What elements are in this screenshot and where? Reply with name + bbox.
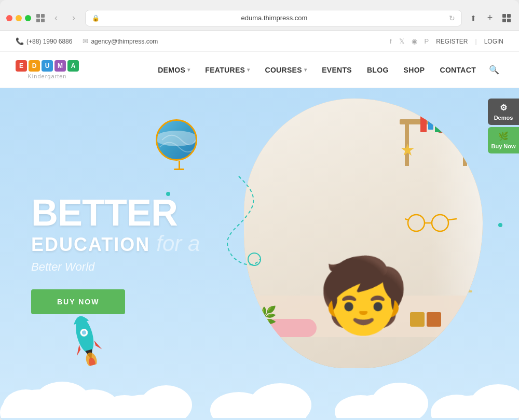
nav-item-courses[interactable]: COURSES ▾ — [258, 62, 313, 78]
teal-dot-2 — [498, 223, 502, 227]
logo-subtitle: Kindergarten — [28, 73, 67, 79]
search-icon[interactable]: 🔍 — [485, 61, 503, 79]
logo-letter-m: M — [54, 60, 66, 72]
browser-chrome: ‹ › 🔒 eduma.thimpress.com ↻ ⬆ + — [0, 0, 519, 31]
hero-content: BETTER EDUCATION for a Better World BUY … — [31, 194, 200, 314]
nav-item-contact[interactable]: CONTACT — [434, 62, 483, 78]
hero-image-blob: 🧸 🌿 — [244, 99, 493, 399]
forward-button[interactable]: › — [67, 12, 80, 24]
logo-letter-e: E — [16, 60, 27, 72]
hero-world-text: Better World — [31, 260, 200, 274]
phone-icon: 📞 — [16, 37, 24, 45]
traffic-lights — [6, 15, 31, 21]
nav-label-courses: COURSES — [265, 66, 302, 74]
svg-line-3 — [405, 219, 408, 220]
topbar-right: f 𝕏 ◉ P REGISTER | LOGIN — [390, 37, 503, 45]
gear-icon: ⚙ — [500, 103, 507, 113]
topbar-left: 📞 (+88) 1990 6886 ✉ agency@thimpress.com — [16, 37, 158, 45]
hero-for-text: for a — [156, 231, 200, 256]
chevron-down-icon: ▾ — [247, 67, 250, 73]
share-button[interactable]: ⬆ — [467, 12, 480, 24]
nav-label-blog: BLOG — [367, 66, 389, 74]
maximize-button[interactable] — [25, 15, 31, 21]
nav-item-features[interactable]: FEATURES ▾ — [199, 62, 256, 78]
chevron-down-icon: ▾ — [187, 67, 190, 73]
spiral-decoration — [208, 171, 270, 277]
nav-item-demos[interactable]: DEMOS ▾ — [152, 62, 196, 78]
email-address: agency@thimpress.com — [91, 38, 158, 45]
phone-contact: 📞 (+88) 1990 6886 — [16, 37, 72, 45]
website: 📞 (+88) 1990 6886 ✉ agency@thimpress.com… — [0, 31, 519, 420]
email-icon: ✉ — [83, 37, 88, 45]
grid-view-button[interactable] — [36, 14, 45, 22]
facebook-icon[interactable]: f — [390, 37, 392, 45]
buy-button-label: Buy Now — [491, 143, 515, 149]
minimize-button[interactable] — [16, 15, 22, 21]
nav-label-demos: DEMOS — [158, 66, 185, 74]
address-bar[interactable]: 🔒 eduma.thimpress.com ↻ — [85, 10, 462, 26]
nav-label-features: FEATURES — [205, 66, 245, 74]
svg-point-0 — [408, 215, 425, 231]
phone-number: (+88) 1990 6886 — [26, 38, 72, 45]
reload-icon: ↻ — [449, 14, 455, 22]
logo[interactable]: E D U M A Kindergarten — [16, 60, 79, 79]
hero-better-text: BETTER — [31, 194, 200, 231]
nav-menu: DEMOS ▾ FEATURES ▾ COURSES ▾ EVENTS BLOG… — [152, 61, 503, 79]
tabs-button[interactable] — [500, 12, 513, 24]
lock-icon: 🔒 — [92, 15, 100, 22]
hero-education-text: EDUCATION — [31, 233, 150, 256]
url-text: eduma.thimpress.com — [104, 14, 445, 22]
logo-letters: E D U M A — [16, 60, 79, 72]
svg-line-4 — [448, 219, 457, 220]
login-link[interactable]: LOGIN — [484, 38, 503, 45]
chevron-down-icon: ▾ — [304, 67, 307, 73]
twitter-icon[interactable]: 𝕏 — [399, 37, 404, 45]
buy-sidebar-button[interactable]: 🌿 Buy Now — [488, 127, 519, 153]
svg-point-5 — [248, 253, 261, 265]
pinterest-icon[interactable]: P — [425, 37, 429, 45]
nav-item-events[interactable]: EVENTS — [316, 62, 358, 78]
leaf-icon: 🌿 — [498, 131, 509, 141]
sidebar-buttons: ⚙ Demos 🌿 Buy Now — [488, 99, 519, 153]
navbar: E D U M A Kindergarten DEMOS ▾ FEATURES … — [0, 52, 519, 88]
logo-letter-d: D — [29, 60, 40, 72]
email-contact: ✉ agency@thimpress.com — [83, 37, 158, 45]
svg-point-1 — [432, 215, 448, 231]
topbar: 📞 (+88) 1990 6886 ✉ agency@thimpress.com… — [0, 31, 519, 52]
nav-item-blog[interactable]: BLOG — [361, 62, 395, 78]
register-link[interactable]: REGISTER — [436, 38, 468, 45]
instagram-icon[interactable]: ◉ — [412, 37, 417, 45]
browser-controls — [36, 14, 45, 22]
logo-letter-a: A — [67, 60, 79, 72]
hero-section: ★ — [0, 88, 519, 420]
globe-decoration — [156, 119, 202, 166]
nav-label-events: EVENTS — [322, 66, 352, 74]
svg-point-16 — [140, 385, 192, 418]
demos-button-label: Demos — [494, 115, 513, 121]
glasses-decoration — [405, 213, 457, 235]
logo-letter-u: U — [42, 60, 53, 72]
close-button[interactable] — [6, 15, 12, 21]
nav-label-contact: CONTACT — [440, 66, 476, 74]
nav-label-shop: SHOP — [404, 66, 425, 74]
divider: | — [475, 38, 477, 45]
demos-sidebar-button[interactable]: ⚙ Demos — [488, 99, 519, 125]
back-button[interactable]: ‹ — [50, 12, 62, 24]
nav-item-shop[interactable]: SHOP — [398, 62, 431, 78]
hero-education-row: EDUCATION for a — [31, 231, 200, 256]
new-tab-button[interactable]: + — [484, 12, 496, 24]
browser-actions: ⬆ + — [467, 12, 513, 24]
star-decoration: ★ — [400, 140, 415, 160]
